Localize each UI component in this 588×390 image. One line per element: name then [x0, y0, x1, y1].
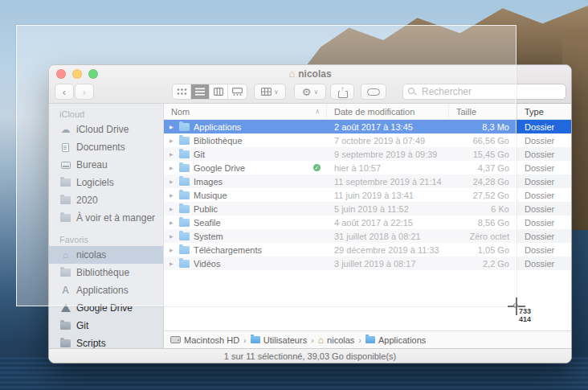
group-icon [261, 88, 272, 96]
list-icon [195, 88, 205, 96]
table-row[interactable]: ▶Google Drive✓ hier à 10:574,37 GoDossie… [164, 161, 571, 174]
table-row[interactable]: ▶System 31 juillet 2018 à 08:21Zéro octe… [164, 229, 571, 243]
sidebar-section-icloud: iCloud [49, 108, 163, 121]
table-row[interactable]: ▶Seafile 4 août 2017 à 22:158,56 GoDossi… [164, 216, 571, 229]
path-item-nicolas[interactable]: ⌂nicolas [318, 335, 355, 346]
window-chrome: ⌂nicolas ‹ › [49, 65, 571, 104]
table-row[interactable]: ▶Public 5 juin 2019 à 11:526 KoDossier [164, 202, 571, 216]
disclosure-triangle-icon[interactable]: ▶ [169, 220, 175, 225]
sidebar-item-applications[interactable]: AApplications [49, 281, 163, 299]
hard-disk-icon [170, 336, 181, 343]
path-separator-icon: › [243, 335, 247, 345]
home-icon: ⌂ [59, 249, 71, 261]
folder-icon [179, 219, 190, 227]
sync-complete-badge: ✓ [313, 164, 321, 171]
sidebar-item-google-drive[interactable]: Google Drive [49, 299, 163, 317]
table-row[interactable]: ▶Git 9 septembre 2019 à 09:3915,45 GoDos… [164, 147, 571, 161]
sidebar-item-bureau[interactable]: Bureau [49, 156, 163, 174]
island-scenery [304, 0, 588, 69]
disclosure-triangle-icon[interactable]: ▶ [169, 233, 175, 239]
table-row[interactable]: ▶Vidéos 3 juillet 2019 à 08:172,2 GoDoss… [164, 257, 571, 270]
table-row[interactable]: ▶Musique 11 juin 2019 à 13:4127,52 GoDos… [164, 188, 571, 202]
folder-icon [60, 269, 71, 277]
column-header-taille[interactable]: Taille [449, 104, 517, 119]
table-row[interactable]: ▶Applications 2 août 2017 à 13:458,3 MoD… [164, 120, 571, 133]
sidebar-item-logiciels[interactable]: Logiciels [49, 174, 163, 191]
disclosure-triangle-icon[interactable]: ▶ [169, 179, 175, 184]
folder-icon [179, 260, 190, 268]
share-icon [337, 87, 347, 97]
disclosure-triangle-icon[interactable]: ▶ [169, 247, 175, 252]
disclosure-triangle-icon[interactable]: ▶ [169, 124, 175, 129]
sidebar-item-documents[interactable]: Documents [49, 138, 163, 156]
home-icon: ⌂ [318, 335, 324, 346]
view-switcher [172, 84, 247, 100]
group-button[interactable]: ∨ [254, 84, 286, 100]
search-icon [408, 88, 417, 96]
tag-icon [367, 88, 380, 96]
google-drive-icon [61, 304, 71, 312]
list-view-button[interactable] [191, 84, 210, 99]
sidebar-item-a-voir[interactable]: À voir et à manger [49, 209, 163, 227]
home-icon: ⌂ [288, 68, 295, 80]
column-view-button[interactable] [210, 84, 228, 99]
file-list: Nom∧ Date de modification Taille Type ▶A… [164, 104, 571, 348]
disclosure-triangle-icon[interactable]: ▶ [169, 151, 175, 157]
sidebar-item-nicolas[interactable]: ⌂nicolas [49, 246, 163, 264]
grid-icon [177, 88, 187, 96]
disclosure-triangle-icon[interactable]: ▶ [169, 261, 175, 266]
folder-icon [251, 336, 260, 343]
desktop-background: ⌂nicolas ‹ › [0, 0, 588, 390]
forward-button[interactable]: › [75, 84, 94, 100]
disclosure-triangle-icon[interactable]: ▶ [169, 138, 175, 143]
titlebar[interactable]: ⌂nicolas [49, 65, 571, 81]
tag-button[interactable] [361, 84, 386, 100]
icon-view-button[interactable] [173, 84, 191, 99]
table-rows: ▶Applications 2 août 2017 à 13:458,3 MoD… [164, 120, 571, 270]
path-item-utilisateurs[interactable]: Utilisateurs [251, 335, 307, 345]
back-button[interactable]: ‹ [55, 84, 74, 100]
sidebar-item-scripts[interactable]: Scripts [49, 335, 163, 348]
column-header-nom[interactable]: Nom∧ [164, 104, 327, 119]
search-input[interactable] [420, 85, 561, 98]
sidebar-item-git[interactable]: Git [49, 317, 163, 335]
disclosure-triangle-icon[interactable]: ▶ [169, 192, 175, 198]
folder-icon [365, 336, 375, 343]
action-button[interactable]: ⚙ ∨ [294, 84, 326, 100]
gallery-view-button[interactable] [228, 84, 247, 99]
table-header: Nom∧ Date de modification Taille Type [164, 104, 571, 120]
status-bar: 1 sur 11 sélectionné, 39,03 Go disponibl… [49, 348, 571, 363]
folder-icon [179, 191, 190, 199]
gear-icon: ⚙ [302, 87, 312, 97]
folder-icon [179, 150, 190, 158]
sidebar-item-2020[interactable]: 2020 [49, 191, 163, 209]
column-header-date[interactable]: Date de modification [327, 104, 449, 119]
table-row[interactable]: ▶Bibliothèque 7 octobre 2019 à 07:4966,5… [164, 133, 571, 147]
folder-icon [179, 232, 190, 240]
sidebar-item-icloud-drive[interactable]: ☁iCloud Drive [49, 121, 163, 138]
chevron-right-icon: › [83, 86, 86, 98]
folder-icon [179, 246, 190, 254]
folder-icon [179, 123, 190, 131]
path-item-applications[interactable]: Applications [365, 335, 426, 345]
column-header-type[interactable]: Type [517, 104, 571, 119]
folder-icon [179, 178, 190, 186]
folder-icon [60, 214, 71, 222]
folder-icon [60, 339, 71, 347]
columns-icon [214, 88, 223, 96]
search-field[interactable] [402, 84, 566, 100]
table-row[interactable]: ▶Images 11 septembre 2019 à 21:1424,28 G… [164, 174, 571, 188]
gallery-icon [232, 88, 243, 96]
sidebar: iCloud ☁iCloud Drive Documents Bureau Lo… [49, 104, 164, 348]
disclosure-triangle-icon[interactable]: ▶ [169, 206, 175, 211]
path-bar: Macintosh HD › Utilisateurs › ⌂nicolas ›… [164, 330, 571, 348]
disclosure-triangle-icon[interactable]: ▶ [169, 165, 175, 170]
sidebar-item-bibliotheque[interactable]: Bibliothèque [49, 264, 163, 281]
sort-ascending-icon: ∧ [315, 108, 320, 115]
table-row[interactable]: ▶Téléchargements 29 décembre 2019 à 11:3… [164, 243, 571, 257]
folder-icon [179, 164, 190, 172]
sidebar-section-favoris: Favoris [49, 233, 163, 246]
folder-icon [179, 137, 190, 145]
share-button[interactable] [330, 84, 354, 100]
path-item-macintosh-hd[interactable]: Macintosh HD [170, 335, 239, 345]
